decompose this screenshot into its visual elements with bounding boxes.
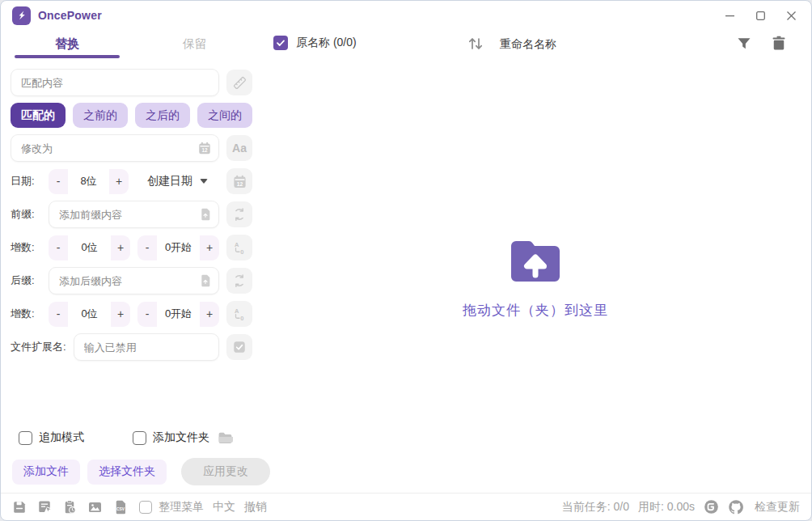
prefix-file-button[interactable]	[199, 208, 212, 222]
elapsed-time-text: 用时: 0.00s	[638, 500, 695, 515]
sort-button[interactable]	[467, 35, 484, 56]
app-window: OncePower 替换 保留 原名称 (0/0)	[0, 0, 812, 521]
match-mode-row: 匹配的 之前的 之后的 之间的	[11, 103, 252, 128]
inc2-start-stepper: - 0开始 +	[137, 302, 219, 327]
prefix-row: 前缀:	[11, 201, 252, 228]
ruler-button[interactable]	[226, 70, 252, 95]
status-bar: CSV 整理菜单 中文 撤销 当前任务: 0/0 用时: 0.00s 检查更新	[1, 493, 811, 520]
date-calendar-button[interactable]: 12	[226, 168, 252, 194]
footer-actions: 添加文件 选择文件夹 应用更改	[12, 458, 270, 485]
gitee-icon[interactable]	[704, 499, 719, 515]
panel-tabs: 替换 保留	[15, 32, 247, 56]
inc2-digits-decrease[interactable]: -	[49, 302, 68, 327]
title-bar: OncePower	[1, 1, 811, 30]
app-logo	[12, 6, 31, 25]
inc1-digits-decrease[interactable]: -	[49, 235, 68, 260]
append-mode-checkbox[interactable]	[19, 431, 32, 445]
chevron-down-icon	[200, 179, 208, 184]
maximize-button[interactable]	[745, 1, 776, 30]
organize-menu-checkbox[interactable]	[139, 501, 152, 514]
maximize-icon	[756, 11, 765, 20]
prefix-label: 前缀:	[11, 207, 41, 222]
inc2-sequence-button[interactable]: A 0	[226, 301, 252, 327]
date-digits-value: 8位	[68, 169, 109, 194]
inc1-start-stepper: - 0开始 +	[137, 235, 219, 260]
mode-matched-button[interactable]: 匹配的	[11, 103, 66, 128]
inc1-digits-value: 0位	[68, 235, 111, 260]
match-row	[11, 69, 252, 96]
svg-text:A: A	[235, 241, 239, 248]
save-icon[interactable]	[12, 500, 27, 515]
clipboard-history-icon[interactable]	[62, 500, 77, 515]
delete-button[interactable]	[771, 35, 787, 55]
increment-label: 增数:	[11, 240, 41, 255]
date-digits-decrease[interactable]: -	[49, 169, 68, 194]
file-upload-icon	[199, 208, 212, 222]
inc2-start-decrease[interactable]: -	[137, 302, 157, 327]
svg-text:A: A	[235, 307, 239, 315]
svg-text:CSV: CSV	[116, 506, 125, 510]
filter-icon	[736, 36, 752, 52]
svg-text:0: 0	[240, 248, 243, 256]
mode-after-button[interactable]: 之后的	[135, 103, 190, 128]
insert-date-button[interactable]: 12	[197, 141, 212, 155]
file-upload-icon	[199, 274, 212, 288]
minimize-icon	[725, 11, 734, 20]
inc1-sequence-button[interactable]: A 0	[226, 235, 252, 260]
current-task-text: 当前任务: 0/0	[562, 500, 629, 515]
extension-input[interactable]	[74, 333, 219, 361]
image-icon[interactable]	[87, 500, 103, 515]
inc1-start-decrease[interactable]: -	[137, 235, 157, 260]
mode-between-button[interactable]: 之间的	[197, 103, 252, 128]
ruler-icon	[232, 75, 247, 91]
svg-text:12: 12	[236, 180, 243, 186]
letter-case-button[interactable]: Aa	[226, 135, 252, 161]
date-digits-increase[interactable]: +	[109, 169, 129, 194]
rename-settings-panel: 匹配的 之前的 之后的 之间的 12 Aa	[11, 69, 252, 361]
prefix-input[interactable]	[49, 201, 219, 228]
github-icon[interactable]	[728, 499, 744, 515]
language-toggle[interactable]: 中文	[213, 500, 235, 515]
date-type-value: 创建日期	[147, 174, 192, 188]
inc1-digits-increase[interactable]: +	[111, 235, 130, 260]
prefix-loop-button[interactable]	[226, 201, 252, 227]
suffix-input[interactable]	[49, 267, 219, 294]
status-right: 当前任务: 0/0 用时: 0.00s 检查更新	[562, 499, 800, 515]
refresh-loop-icon	[232, 207, 247, 222]
check-update-link[interactable]: 检查更新	[755, 500, 800, 515]
refresh-loop-icon	[232, 273, 247, 288]
trash-icon	[771, 35, 787, 52]
suffix-input-wrap	[49, 267, 219, 294]
choose-folder-button[interactable]: 选择文件夹	[87, 460, 167, 485]
extension-toggle-button[interactable]	[226, 334, 252, 360]
mode-before-button[interactable]: 之前的	[73, 103, 128, 128]
suffix-label: 后缀:	[11, 273, 41, 288]
file-drop-zone[interactable]: 拖动文件（夹）到这里	[268, 69, 803, 488]
csv-file-icon[interactable]: CSV	[113, 500, 128, 515]
suffix-file-button[interactable]	[199, 274, 212, 288]
add-folder-checkbox[interactable]	[133, 431, 146, 445]
increment-label: 增数:	[11, 307, 41, 321]
filter-button[interactable]	[736, 36, 752, 55]
replace-row: 12 Aa	[11, 134, 252, 162]
edit-list-icon[interactable]	[37, 500, 52, 515]
close-button[interactable]	[776, 1, 806, 30]
tab-replace[interactable]: 替换	[15, 32, 120, 56]
replace-input[interactable]	[11, 134, 219, 162]
date-type-select[interactable]: 创建日期	[136, 174, 219, 188]
inc1-start-value: 0开始	[157, 235, 200, 260]
inc2-start-increase[interactable]: +	[200, 302, 219, 327]
match-input[interactable]	[11, 69, 219, 96]
window-controls	[714, 1, 806, 30]
apply-changes-button[interactable]: 应用更改	[181, 458, 270, 485]
append-mode-label: 追加模式	[39, 430, 84, 445]
add-files-button[interactable]: 添加文件	[12, 460, 80, 485]
select-all-checkbox[interactable]	[273, 36, 288, 50]
minimize-button[interactable]	[714, 1, 745, 30]
inc1-start-increase[interactable]: +	[200, 235, 219, 260]
inc2-digits-increase[interactable]: +	[111, 302, 130, 327]
undo-button[interactable]: 撤销	[244, 500, 267, 515]
suffix-row: 后缀:	[11, 267, 252, 294]
tab-keep[interactable]: 保留	[142, 32, 247, 56]
suffix-loop-button[interactable]	[226, 268, 252, 294]
